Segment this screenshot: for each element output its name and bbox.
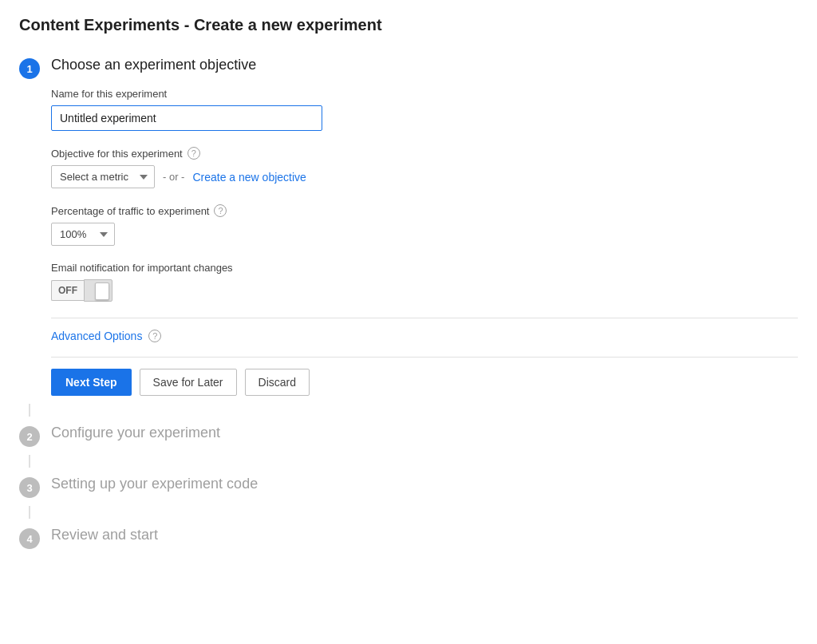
objective-help-icon[interactable]: ? (187, 147, 200, 160)
step-4-circle: 4 (19, 528, 40, 549)
discard-button[interactable]: Discard (245, 369, 310, 396)
step-1-title: Choose an experiment objective (51, 57, 798, 73)
email-toggle[interactable] (84, 279, 112, 302)
step-2-content: Configure your experiment (51, 425, 798, 441)
step-4-row: 4 Review and start (19, 519, 798, 557)
experiment-name-input[interactable] (51, 105, 322, 131)
step-2-circle: 2 (19, 426, 40, 447)
advanced-options-link[interactable]: Advanced Options (51, 330, 142, 342)
objective-label: Objective for this experiment ? (51, 147, 798, 160)
traffic-select[interactable]: 100% 75% 50% 25% 10% (51, 223, 115, 246)
objective-section: Objective for this experiment ? Select a… (51, 147, 798, 188)
email-toggle-container: OFF (51, 279, 798, 302)
email-label: Email notification for important changes (51, 262, 798, 274)
step-1-content: Choose an experiment objective Name for … (51, 57, 798, 396)
step-2-title: Configure your experiment (51, 425, 798, 441)
step-3-title: Setting up your experiment code (51, 476, 798, 492)
step-1-circle: 1 (19, 58, 40, 79)
divider-2 (51, 357, 798, 358)
objective-row: Select a metric - or - Create a new obje… (51, 165, 798, 188)
divider-1 (51, 318, 798, 318)
toggle-off-label: OFF (51, 280, 84, 301)
step-connector-2-3 (29, 455, 30, 468)
step-4-title: Review and start (51, 527, 798, 543)
advanced-help-icon[interactable]: ? (148, 330, 161, 342)
step-3-circle: 3 (19, 477, 40, 498)
step-1-row: 1 Choose an experiment objective Name fo… (19, 49, 798, 404)
step-4-content: Review and start (51, 527, 798, 543)
name-label: Name for this experiment (51, 88, 798, 100)
save-for-later-button[interactable]: Save for Later (140, 369, 237, 396)
traffic-section: Percentage of traffic to experiment ? 10… (51, 204, 798, 246)
next-step-button[interactable]: Next Step (51, 369, 132, 396)
step-2-row: 2 Configure your experiment (19, 417, 798, 455)
step-connector-1-2 (29, 404, 30, 417)
traffic-help-icon[interactable]: ? (214, 204, 227, 217)
name-section: Name for this experiment (51, 88, 798, 131)
page-title: Content Experiments - Create a new exper… (19, 16, 798, 34)
step-3-row: 3 Setting up your experiment code (19, 468, 798, 506)
create-objective-link[interactable]: Create a new objective (192, 171, 306, 184)
step-connector-3-4 (29, 506, 30, 519)
action-buttons: Next Step Save for Later Discard (51, 369, 798, 396)
step-3-content: Setting up your experiment code (51, 476, 798, 492)
metric-select[interactable]: Select a metric (51, 165, 155, 188)
traffic-label: Percentage of traffic to experiment ? (51, 204, 798, 217)
or-text: - or - (163, 171, 184, 183)
email-section: Email notification for important changes… (51, 262, 798, 302)
advanced-options-row: Advanced Options ? (51, 330, 798, 342)
